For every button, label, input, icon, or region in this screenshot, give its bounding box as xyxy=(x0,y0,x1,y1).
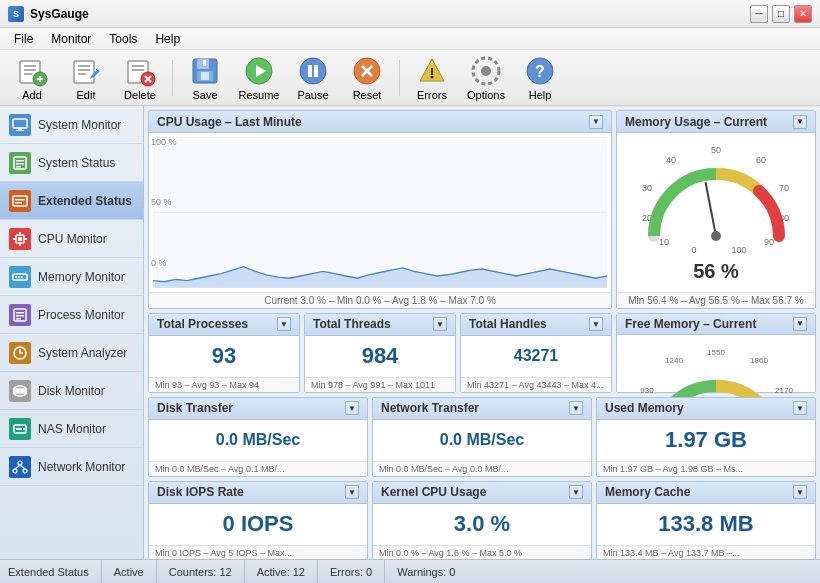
content-top-row: CPU Usage – Last Minute ▼ 100 % 50 % 0 % xyxy=(148,110,816,309)
svg-rect-58 xyxy=(21,276,23,278)
save-button[interactable]: Save xyxy=(179,54,231,102)
sidebar-item-cpu-monitor[interactable]: CPU Monitor xyxy=(0,220,143,258)
resume-label: Resume xyxy=(239,89,280,101)
sidebar-item-network-monitor[interactable]: Network Monitor xyxy=(0,448,143,486)
errors-label: Errors xyxy=(417,89,447,101)
reset-button[interactable]: Reset xyxy=(341,54,393,102)
cpu-panel-dropdown[interactable]: ▼ xyxy=(589,115,603,129)
sidebar-item-disk-monitor[interactable]: Disk Monitor xyxy=(0,372,143,410)
sidebar-label-system-status: System Status xyxy=(38,156,115,170)
pause-button[interactable]: Pause xyxy=(287,54,339,102)
memory-cache-card: Memory Cache ▼ 133.8 MB Min 133.4 MB – A… xyxy=(596,481,816,559)
system-analyzer-icon xyxy=(8,341,32,365)
svg-rect-8 xyxy=(78,65,90,67)
toolbar-sep-2 xyxy=(399,60,400,96)
cpu-chart-body: 100 % 50 % 0 % xyxy=(149,133,611,292)
reset-label: Reset xyxy=(353,89,382,101)
svg-rect-9 xyxy=(78,69,90,71)
menu-monitor[interactable]: Monitor xyxy=(43,30,99,48)
total-handles-value: 43271 xyxy=(461,336,611,377)
close-button[interactable]: ✕ xyxy=(794,5,812,23)
network-transfer-card: Network Transfer ▼ 0.0 MB/Sec Min 0.0 MB… xyxy=(372,397,592,477)
svg-rect-40 xyxy=(18,128,22,130)
sidebar-label-memory-monitor: Memory Monitor xyxy=(38,270,125,284)
used-memory-header: Used Memory ▼ xyxy=(597,398,815,420)
resume-button[interactable]: Resume xyxy=(233,54,285,102)
sidebar-label-process-monitor: Process Monitor xyxy=(38,308,125,322)
svg-rect-69 xyxy=(16,428,22,430)
network-monitor-icon xyxy=(8,455,32,479)
menu-tools[interactable]: Tools xyxy=(101,30,145,48)
sidebar-item-system-status[interactable]: System Status xyxy=(0,144,143,182)
svg-rect-47 xyxy=(15,199,25,201)
edit-icon xyxy=(70,55,102,87)
memory-cache-header: Memory Cache ▼ xyxy=(597,482,815,504)
sidebar-label-system-monitor: System Monitor xyxy=(38,118,121,132)
total-processes-dropdown[interactable]: ▼ xyxy=(277,317,291,331)
svg-point-26 xyxy=(300,58,326,84)
svg-rect-54 xyxy=(24,238,27,240)
memory-usage-header: Memory Usage – Current ▼ xyxy=(617,111,815,133)
help-button[interactable]: ? Help xyxy=(514,54,566,102)
svg-rect-48 xyxy=(15,202,22,204)
minimize-button[interactable]: ─ xyxy=(750,5,768,23)
sidebar-label-disk-monitor: Disk Monitor xyxy=(38,384,105,398)
total-handles-title: Total Handles xyxy=(469,317,547,331)
svg-text:0: 0 xyxy=(691,245,696,255)
delete-icon xyxy=(124,55,156,87)
disk-monitor-icon xyxy=(8,379,32,403)
options-button[interactable]: Options xyxy=(460,54,512,102)
process-monitor-icon xyxy=(8,303,32,327)
add-button[interactable]: Add xyxy=(6,54,58,102)
svg-rect-27 xyxy=(308,65,312,77)
content-area: CPU Usage – Last Minute ▼ 100 % 50 % 0 % xyxy=(144,106,820,559)
sidebar-label-network-monitor: Network Monitor xyxy=(38,460,125,474)
svg-text:10: 10 xyxy=(658,237,668,247)
sidebar-item-nas-monitor[interactable]: NAS Monitor xyxy=(0,410,143,448)
sidebar-item-process-monitor[interactable]: Process Monitor xyxy=(0,296,143,334)
memory-usage-dropdown[interactable]: ▼ xyxy=(793,115,807,129)
memory-usage-panel: Memory Usage – Current ▼ 50 60 70 80 90 … xyxy=(616,110,816,309)
pause-label: Pause xyxy=(297,89,328,101)
sidebar-item-system-analyzer[interactable]: System Analyzer xyxy=(0,334,143,372)
svg-text:40: 40 xyxy=(665,155,675,165)
svg-rect-46 xyxy=(13,196,27,206)
delete-button[interactable]: Delete xyxy=(114,54,166,102)
title-bar: S SysGauge ─ □ ✕ xyxy=(0,0,820,28)
sidebar-item-system-monitor[interactable]: System Monitor xyxy=(0,106,143,144)
edit-button[interactable]: Edit xyxy=(60,54,112,102)
cpu-monitor-icon xyxy=(8,227,32,251)
total-handles-header: Total Handles ▼ xyxy=(461,314,611,336)
svg-text:?: ? xyxy=(535,63,545,80)
svg-point-72 xyxy=(23,469,27,473)
svg-rect-53 xyxy=(13,238,16,240)
sidebar-item-memory-monitor[interactable]: Memory Monitor xyxy=(0,258,143,296)
svg-rect-28 xyxy=(314,65,318,77)
kernel-cpu-dropdown[interactable]: ▼ xyxy=(569,485,583,499)
sidebar-item-extended-status[interactable]: Extended Status xyxy=(0,182,143,220)
toolbar: Add Edit Delete xyxy=(0,50,820,106)
memory-cache-dropdown[interactable]: ▼ xyxy=(793,485,807,499)
total-processes-card: Total Processes ▼ 93 Min 93 – Avg 93 – M… xyxy=(148,313,300,393)
svg-line-91 xyxy=(705,182,715,236)
maximize-button[interactable]: □ xyxy=(772,5,790,23)
network-transfer-dropdown[interactable]: ▼ xyxy=(569,401,583,415)
used-memory-footer: Min 1.97 GB – Avg 1.98 GB – Ms... xyxy=(597,461,815,476)
used-memory-dropdown[interactable]: ▼ xyxy=(793,401,807,415)
reset-icon xyxy=(351,55,383,87)
total-handles-dropdown[interactable]: ▼ xyxy=(589,317,603,331)
chart-y-labels: 100 % 50 % 0 % xyxy=(151,133,177,272)
errors-button[interactable]: Errors xyxy=(406,54,458,102)
memory-gauge-svg: 50 60 70 80 90 100 40 30 20 10 0 xyxy=(629,141,804,256)
svg-rect-45 xyxy=(16,166,21,168)
memory-cache-footer: Min 133.4 MB – Avg 133.7 MB –... xyxy=(597,545,815,559)
free-memory-dropdown[interactable]: ▼ xyxy=(793,317,807,331)
memory-usage-title: Memory Usage – Current xyxy=(625,115,767,129)
svg-rect-3 xyxy=(24,73,32,75)
disk-iops-dropdown[interactable]: ▼ xyxy=(345,485,359,499)
menu-help[interactable]: Help xyxy=(147,30,188,48)
menu-file[interactable]: File xyxy=(6,30,41,48)
total-threads-dropdown[interactable]: ▼ xyxy=(433,317,447,331)
disk-transfer-dropdown[interactable]: ▼ xyxy=(345,401,359,415)
disk-iops-footer: Min 0 IOPS – Avg 5 IOPS – Max... xyxy=(149,545,367,559)
